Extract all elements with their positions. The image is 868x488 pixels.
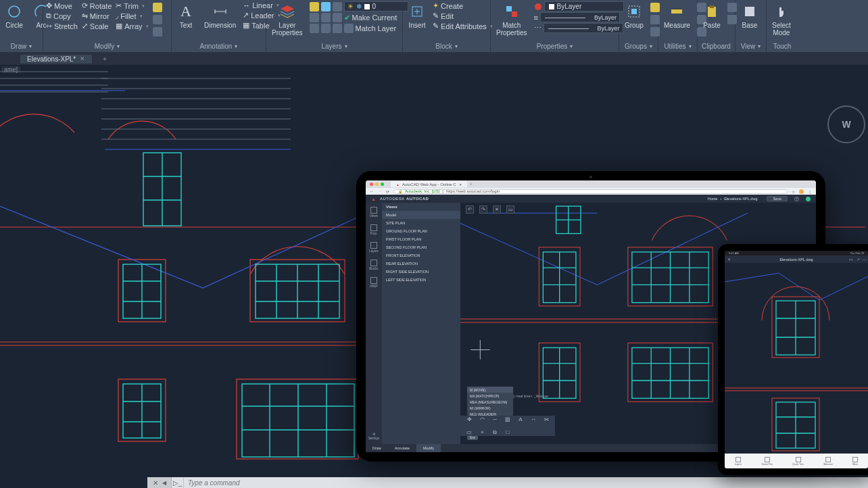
window-max[interactable] — [381, 182, 384, 186]
panel-utilities-title[interactable]: Utilities▾ — [661, 42, 694, 51]
view-first[interactable]: FIRST FLOOR PLAN — [382, 235, 460, 243]
undo-button[interactable]: ↶ — [466, 205, 474, 214]
panel-view-title[interactable]: View▾ — [738, 42, 763, 51]
view-second[interactable]: SECOND FLOOR PLAN — [382, 243, 460, 251]
vtab-blocks[interactable]: Blocks — [369, 260, 378, 270]
tablet-action-1[interactable]: ▭ — [849, 257, 853, 262]
crumb-file[interactable]: Elevations-XPL.dwg — [724, 197, 757, 201]
paste-button[interactable]: Paste — [700, 1, 723, 30]
layer-icon-a[interactable] — [310, 2, 319, 11]
color-bylayer[interactable]: ByLayer — [544, 1, 624, 11]
tp-move[interactable]: ✥ — [466, 416, 473, 423]
sugg-mi[interactable]: MI (MIRROR) — [467, 405, 513, 411]
layer-properties-button[interactable]: Layer Properties — [269, 1, 306, 38]
window-min[interactable] — [375, 182, 379, 186]
tp-copy2[interactable]: ⧉ — [491, 429, 498, 436]
user-avatar[interactable] — [806, 197, 811, 201]
vtab-settings[interactable]: ⚙Settings — [368, 433, 379, 440]
sugg-mea[interactable]: MEA (MEASUREGEOM) — [467, 399, 513, 405]
close-icon[interactable]: ✕ — [80, 55, 85, 62]
view-model[interactable]: Model — [382, 211, 460, 219]
avatar-icon[interactable] — [799, 189, 804, 194]
cmd-icon[interactable]: ▷_ — [172, 477, 184, 488]
modify-extra-icon-1[interactable] — [153, 3, 162, 12]
tp-sel[interactable]: □ — [504, 429, 511, 436]
vtab-xref[interactable]: XREF — [370, 277, 378, 288]
view-left-elev[interactable]: LEFT SIDE ELEVATION — [382, 276, 460, 284]
match-layer-button[interactable]: Match Layer — [310, 24, 408, 33]
crumb-home[interactable]: Home — [708, 197, 718, 201]
trim-button[interactable]: ✂Trim▾ — [116, 1, 148, 10]
panel-annotation-title[interactable]: Annotation▾ — [174, 42, 263, 51]
circle-button[interactable]: Circle — [3, 1, 26, 30]
view-ground[interactable]: GROUND FLOOR PLAN — [382, 227, 460, 235]
panel-draw-title[interactable]: Draw▾ — [3, 42, 40, 51]
save-button[interactable]: Save — [767, 196, 788, 201]
linetype-bylayer[interactable]: ByLayer — [544, 23, 623, 33]
vtab-layers[interactable]: Layers — [369, 242, 379, 253]
browser-tab[interactable]: ▲AutoCAD Web App - Online C✕ — [391, 181, 467, 187]
dimension-button[interactable]: Dimension — [201, 1, 239, 30]
panel-modify-title[interactable]: Modify▾ — [46, 42, 168, 51]
cmd-close[interactable]: ✕ ◀ — [147, 477, 172, 488]
sugg-m[interactable]: M (MOVE) — [467, 387, 513, 393]
btab-modify[interactable]: Modify — [416, 444, 441, 452]
tp-text[interactable]: A — [517, 416, 524, 423]
modify-extra-icon-2[interactable] — [153, 15, 162, 24]
select-button[interactable]: ▭ — [506, 205, 514, 214]
redo-button[interactable]: ↷ — [479, 205, 487, 214]
select-mode-button[interactable]: Select Mode — [769, 1, 794, 38]
new-browser-tab[interactable]: + — [470, 182, 473, 187]
array-button[interactable]: ▦Array▾ — [116, 22, 148, 30]
base-button[interactable]: Base — [738, 1, 761, 30]
modify-extra-icon-3[interactable] — [153, 27, 162, 36]
tp-rect[interactable]: ▭ — [466, 429, 473, 436]
panel-layers-title[interactable]: Layers▾ — [269, 42, 400, 51]
layer-icon-c[interactable] — [333, 2, 342, 11]
move-button[interactable]: ✥Move — [46, 1, 78, 10]
btab-draw[interactable]: Draw — [366, 444, 388, 452]
new-tab-button[interactable]: ＋ — [96, 54, 114, 64]
stretch-button[interactable]: ⇿Stretch — [46, 22, 78, 30]
tablet-canvas[interactable] — [725, 263, 868, 454]
insert-button[interactable]: Insert — [406, 1, 429, 30]
view-rear-elev[interactable]: REAR ELEVATION — [382, 260, 460, 268]
group-button[interactable]: Group — [622, 1, 646, 30]
window-close[interactable] — [370, 182, 373, 186]
doc-tab-active[interactable]: Elevations-XPL*✕ — [20, 55, 92, 64]
tab-close[interactable]: ✕ — [459, 182, 462, 187]
tp-line[interactable]: ─ — [491, 416, 498, 423]
scale-button[interactable]: ⤢Scale — [82, 22, 112, 30]
btab-annotate[interactable]: Annotate — [388, 444, 416, 452]
mirror-button[interactable]: ⇋Mirror — [82, 11, 112, 20]
text-button[interactable]: A Text — [174, 1, 197, 30]
measure-button[interactable]: Measure — [661, 1, 693, 30]
snap-button[interactable]: ✕ — [493, 205, 501, 214]
layer-selector[interactable]: ☀❄0 — [344, 1, 408, 11]
help-icon[interactable]: ? — [794, 197, 799, 201]
lineweight-bylayer[interactable]: ByLayer — [540, 12, 620, 22]
url-field[interactable]: 🔒Autodesk, Inc. [US]|https://web.autocad… — [393, 189, 788, 194]
menu-icon[interactable]: ⋮ — [808, 189, 812, 194]
panel-properties-title[interactable]: Properties▾ — [493, 42, 616, 51]
tp-hatch[interactable]: ▨ — [504, 416, 511, 423]
make-current-button[interactable]: ✔Make Current — [310, 13, 408, 22]
view-site-plan[interactable]: SITE PLAN — [382, 219, 460, 227]
fwd-icon[interactable]: → — [378, 189, 382, 193]
layer-icon-b[interactable] — [321, 2, 331, 11]
panel-block-title[interactable]: Block▾ — [406, 42, 487, 51]
back-icon[interactable]: ← — [370, 189, 374, 193]
tp-dim[interactable]: ↔ — [530, 416, 537, 423]
vtab-views[interactable]: Views — [370, 207, 378, 218]
tp-anchor[interactable]: ⌖ — [479, 429, 485, 436]
tp-chain[interactable]: ⫘ — [543, 416, 550, 423]
copy-button[interactable]: ⧉Copy — [46, 11, 78, 20]
rotate-button[interactable]: ⟳Rotate — [82, 1, 112, 10]
star-icon[interactable]: ☆ — [792, 189, 795, 194]
match-properties-button[interactable]: Match Properties — [493, 1, 530, 38]
vtab-prop[interactable]: Prop. — [370, 224, 378, 235]
sugg-ma[interactable]: MA (MATCHPROP) — [467, 393, 513, 399]
tablet-action-2[interactable]: ↗ — [857, 257, 860, 262]
create-block-button[interactable]: ✦Create — [433, 1, 493, 10]
edit-attr-button[interactable]: ✎Edit Attributes▾ — [433, 22, 493, 30]
